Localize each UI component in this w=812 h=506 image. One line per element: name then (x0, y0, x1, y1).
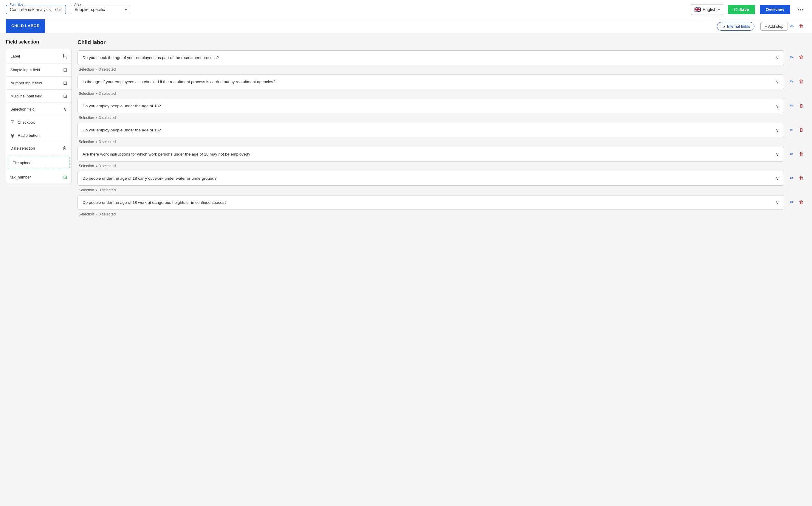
save-icon: ⬡ (734, 7, 737, 12)
field-item-radio[interactable]: ◉ Radio button (6, 129, 71, 142)
field-item-label[interactable]: Label TT (6, 49, 71, 64)
edit-icon: ✏ (790, 24, 794, 29)
question-row-3: Do you employ people under the age of 18… (78, 99, 806, 113)
delete-icon: 🗑 (799, 23, 804, 28)
selection-arrow-6-icon: › (96, 188, 97, 192)
selection-arrow-1-icon: › (96, 67, 97, 72)
selection-chevron-icon: ∨ (64, 106, 67, 112)
add-step-button[interactable]: + Add step (760, 22, 788, 31)
field-label-text: Label (10, 54, 20, 59)
selection-label-3: Selection (79, 115, 94, 120)
selection-row-4: Selection › 3 selected (78, 139, 806, 147)
internal-fields-button[interactable]: 🛡 Internal fields (717, 22, 754, 31)
edit-step-button[interactable]: ✏ (788, 22, 797, 30)
question-box-2[interactable]: Is the age of your employees also checke… (78, 75, 784, 89)
selection-text: Selection field (10, 107, 34, 111)
delete-q6-button[interactable]: 🗑 (797, 174, 806, 182)
edit-q3-button[interactable]: ✏ (787, 102, 796, 110)
question-block-4: Do you employ people under the age of 15… (78, 123, 806, 147)
row-actions-7: ✏ 🗑 (787, 195, 806, 206)
question-row-1: Do you check the age of your employees a… (78, 50, 806, 65)
question-text-1: Do you check the age of your employees a… (83, 56, 772, 60)
field-item-checkbox[interactable]: ☑ Checkbox (6, 116, 71, 129)
radio-icon: ◉ (10, 133, 15, 138)
question-row-4: Do you employ people under the age of 15… (78, 123, 806, 138)
delete-q7-button[interactable]: 🗑 (797, 198, 806, 206)
edit-q2-button[interactable]: ✏ (787, 78, 796, 86)
question-chevron-4-icon: ∨ (776, 127, 779, 133)
field-item-simple-input[interactable]: Simple input field ⊡ (6, 64, 71, 77)
selection-label-7: Selection (79, 212, 94, 216)
delete-q2-button[interactable]: 🗑 (797, 78, 806, 86)
language-text: English (703, 7, 716, 12)
question-box-7[interactable]: Do people under the age of 18 work at da… (78, 195, 784, 210)
delete-q1-button[interactable]: 🗑 (797, 54, 806, 61)
field-item-selection[interactable]: Selection field ∨ (6, 103, 71, 116)
selection-count-3: 3 selected (99, 115, 116, 120)
field-item-file-upload[interactable]: File upload (8, 157, 70, 169)
date-text: Date selection (10, 146, 35, 151)
row-actions-3: ✏ 🗑 (787, 99, 806, 110)
row-actions-5: ✏ 🗑 (787, 147, 806, 158)
field-item-multiline[interactable]: Multiline input field ⊡ (6, 90, 71, 103)
edit-q3-icon: ✏ (790, 103, 794, 108)
question-box-1[interactable]: Do you check the age of your employees a… (78, 50, 784, 65)
delete-q5-icon: 🗑 (799, 151, 804, 156)
question-box-5[interactable]: Are there work instructions for which wo… (78, 147, 784, 162)
selection-arrow-3-icon: › (96, 115, 97, 120)
selection-label-1: Selection (79, 67, 94, 72)
delete-step-button[interactable]: 🗑 (797, 22, 806, 30)
selection-count-5: 3 selected (99, 164, 116, 168)
flag-icon: 🇬🇧 (694, 6, 701, 13)
selection-row-2: Selection › 3 selected (78, 90, 806, 99)
overview-button[interactable]: Overview (760, 5, 790, 14)
edit-q4-button[interactable]: ✏ (787, 126, 796, 134)
delete-q5-button[interactable]: 🗑 (797, 150, 806, 158)
form-title-label: Form title (9, 3, 24, 6)
question-chevron-2-icon: ∨ (776, 79, 779, 85)
area-field[interactable]: Area Supplier specific Internal External… (71, 5, 130, 14)
language-selector[interactable]: 🇬🇧 English ▾ (691, 4, 723, 15)
checkbox-text: Checkbox (18, 120, 35, 124)
field-item-number-input[interactable]: Number input field ⊡ (6, 77, 71, 90)
selection-label-4: Selection (79, 140, 94, 144)
question-text-2: Is the age of your employees also checke… (83, 80, 772, 84)
file-upload-text: File upload (12, 161, 31, 165)
selection-count-2: 3 selected (99, 91, 116, 96)
selection-label-2: Selection (79, 91, 94, 96)
question-box-6[interactable]: Do people under the age of 18 carry out … (78, 171, 784, 186)
delete-q4-icon: 🗑 (799, 127, 804, 132)
edit-q1-button[interactable]: ✏ (787, 53, 796, 61)
question-block-3: Do you employ people under the age of 18… (78, 99, 806, 123)
question-box-4[interactable]: Do you employ people under the age of 15… (78, 123, 784, 138)
area-select[interactable]: Supplier specific Internal External (75, 7, 119, 12)
more-button[interactable]: ••• (795, 5, 806, 14)
delete-q4-button[interactable]: 🗑 (797, 126, 806, 134)
shield-icon: 🛡 (721, 24, 725, 28)
selection-arrow-4-icon: › (96, 140, 97, 144)
question-text-6: Do people under the age of 18 carry out … (83, 176, 772, 181)
field-item-tax-number[interactable]: tax_number ⊡ (6, 171, 71, 184)
question-chevron-7-icon: ∨ (776, 200, 779, 205)
delete-q2-icon: 🗑 (799, 79, 804, 84)
edit-q1-icon: ✏ (790, 55, 794, 60)
selection-count-1: 3 selected (99, 67, 116, 72)
selection-arrow-7-icon: › (96, 212, 97, 216)
edit-q7-button[interactable]: ✏ (787, 198, 796, 206)
delete-q1-icon: 🗑 (799, 55, 804, 60)
save-button[interactable]: ⬡ Save (728, 5, 755, 14)
field-item-date[interactable]: Date selection 🗓 (6, 142, 71, 155)
tab-child-labor[interactable]: CHILD LABOR (6, 19, 45, 33)
edit-q6-button[interactable]: ✏ (787, 174, 796, 182)
question-row-5: Are there work instructions for which wo… (78, 147, 806, 162)
question-box-3[interactable]: Do you employ people under the age of 18… (78, 99, 784, 113)
question-block-6: Do people under the age of 18 carry out … (78, 171, 806, 195)
form-title-input[interactable] (10, 7, 62, 12)
edit-q5-button[interactable]: ✏ (787, 150, 796, 158)
delete-q6-icon: 🗑 (799, 175, 804, 181)
delete-q3-button[interactable]: 🗑 (797, 102, 806, 110)
right-panel: Child labor Do you check the age of your… (78, 39, 806, 495)
overview-label: Overview (766, 7, 784, 12)
tax-number-icon: ⊡ (63, 174, 67, 180)
form-title-field[interactable]: Form title (6, 5, 66, 14)
